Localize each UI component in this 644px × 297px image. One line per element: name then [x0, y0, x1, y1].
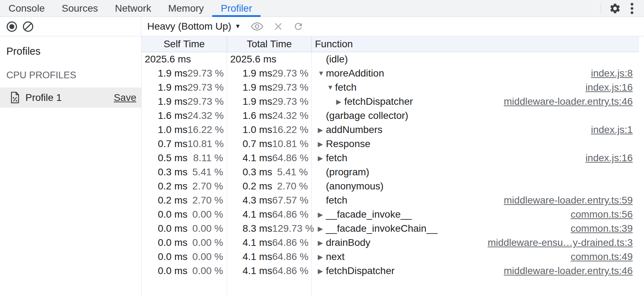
profile-data-grid: Self Time Total Time Function 2025.6 ms2… — [141, 36, 644, 297]
column-header-total-time[interactable]: Total Time — [227, 36, 312, 52]
expand-arrow-icon[interactable]: ▶ — [318, 239, 326, 247]
function-cell: (idle) — [312, 52, 644, 66]
table-row[interactable]: 1.9 ms29.73 %1.9 ms29.73 %▶fetchDispatch… — [142, 95, 644, 109]
table-row[interactable]: 1.9 ms29.73 %1.9 ms29.73 %▼fetchindex.js… — [142, 80, 644, 95]
time-percent: 0.00 % — [187, 223, 227, 234]
function-cell: ▶fetchindex.js:16 — [312, 151, 644, 165]
table-row[interactable]: 0.0 ms0.00 %4.1 ms64.86 %▶nextcommon.ts:… — [142, 250, 644, 264]
tab-sources[interactable]: Sources — [53, 0, 107, 17]
table-row[interactable]: 0.2 ms2.70 %4.3 ms67.57 %fetchmiddleware… — [142, 193, 644, 207]
expand-arrow-icon[interactable]: ▶ — [318, 140, 326, 148]
time-percent: 2.70 % — [272, 181, 311, 192]
table-row[interactable]: 0.0 ms0.00 %4.1 ms64.86 %▶__facade_invok… — [142, 207, 644, 222]
time-value: 4.1 ms — [243, 237, 272, 248]
table-row[interactable]: 1.0 ms16.22 %1.0 ms16.22 %▶addNumbersind… — [142, 123, 644, 137]
total-time-cell: 8.3 ms129.73 % — [227, 222, 312, 236]
table-row[interactable]: 0.7 ms10.81 %0.7 ms10.81 %▶Response — [142, 137, 644, 151]
devtools-tab-bar: Console Sources Network Memory Profiler — [0, 0, 644, 17]
tab-network[interactable]: Network — [106, 0, 160, 17]
function-name: fetchDispatcher — [344, 96, 413, 107]
time-value: 0.7 ms — [243, 138, 272, 150]
expand-arrow-icon[interactable]: ▶ — [318, 154, 326, 162]
time-percent: 29.73 % — [187, 82, 227, 93]
source-link[interactable]: middleware-loader.entry.ts:46 — [495, 96, 633, 107]
profiles-heading: Profiles — [6, 46, 141, 57]
time-percent: 24.32 % — [272, 110, 311, 121]
filler-cell — [142, 278, 227, 297]
collapse-arrow-icon[interactable]: ▼ — [327, 84, 335, 91]
source-link[interactable]: middleware-loader.entry.ts:59 — [495, 195, 633, 206]
tabbar-right-controls — [601, 0, 644, 17]
total-time-cell: 4.1 ms64.86 % — [227, 151, 312, 165]
collapse-arrow-icon[interactable]: ▼ — [318, 69, 326, 77]
expand-arrow-icon[interactable]: ▶ — [318, 253, 326, 261]
tabbar-divider — [601, 3, 601, 14]
function-cell: ▶nextcommon.ts:49 — [312, 250, 644, 264]
column-header-self-time[interactable]: Self Time — [142, 36, 227, 52]
refresh-icon[interactable] — [293, 21, 304, 32]
function-name: __facade_invoke__ — [326, 209, 412, 220]
profiler-toolbar: Heavy (Bottom Up) ▼ — [0, 17, 644, 36]
source-link[interactable]: middleware-ensu…y-drained.ts:3 — [479, 237, 633, 248]
time-value: 0.3 ms — [158, 166, 187, 178]
toolbar-main: Heavy (Bottom Up) ▼ — [141, 17, 644, 36]
source-link[interactable]: common.ts:56 — [562, 209, 633, 220]
self-time-cell: 2025.6 ms — [142, 52, 227, 66]
expand-arrow-icon[interactable]: ▶ — [336, 98, 344, 106]
time-percent: 129.73 % — [272, 223, 311, 234]
time-percent: 29.73 % — [272, 96, 311, 107]
source-link[interactable]: index.js:1 — [583, 124, 633, 135]
expand-arrow-icon[interactable]: ▶ — [318, 211, 326, 219]
self-time-cell: 0.0 ms0.00 % — [142, 222, 227, 236]
three-dot-menu-icon[interactable] — [624, 0, 640, 17]
tab-memory[interactable]: Memory — [160, 0, 212, 17]
eye-icon[interactable] — [251, 22, 263, 31]
function-cell: ▼fetchindex.js:16 — [312, 80, 644, 95]
close-icon[interactable] — [273, 22, 283, 31]
time-value: 1.9 ms — [243, 96, 272, 107]
time-percent: 29.73 % — [187, 68, 227, 79]
grid-body: 2025.6 ms2025.6 ms(idle)1.9 ms29.73 %1.9… — [142, 52, 644, 297]
function-cell: ▼moreAdditionindex.js:8 — [312, 66, 644, 80]
source-link[interactable]: common.ts:39 — [562, 223, 633, 234]
expand-arrow-icon[interactable]: ▶ — [318, 126, 326, 134]
source-link[interactable]: index.js:16 — [577, 152, 633, 164]
time-value: 4.1 ms — [243, 209, 272, 220]
time-value: 1.6 ms — [243, 110, 272, 121]
gear-icon[interactable] — [607, 0, 624, 17]
profile-document-icon — [11, 91, 19, 104]
chevron-down-icon: ▼ — [235, 23, 241, 30]
profiler-content: Profiles CPU PROFILES Profile 1 Save Sel… — [0, 36, 644, 297]
source-link[interactable]: middleware-loader.entry.ts:46 — [495, 265, 633, 277]
time-value: 4.1 ms — [243, 265, 272, 277]
view-mode-dropdown[interactable]: Heavy (Bottom Up) ▼ — [147, 21, 241, 32]
time-percent: 0.00 % — [187, 265, 227, 277]
expand-arrow-icon[interactable]: ▶ — [318, 225, 326, 233]
table-row[interactable]: 2025.6 ms2025.6 ms(idle) — [142, 52, 644, 66]
time-value: 0.7 ms — [158, 138, 187, 150]
table-row[interactable]: 0.0 ms0.00 %4.1 ms64.86 %▶fetchDispatche… — [142, 264, 644, 278]
record-icon[interactable] — [6, 21, 17, 32]
save-profile-link[interactable]: Save — [114, 92, 136, 103]
self-time-cell: 1.6 ms24.32 % — [142, 109, 227, 123]
table-row[interactable]: 0.5 ms8.11 %4.1 ms64.86 %▶fetchindex.js:… — [142, 151, 644, 165]
self-time-cell: 1.9 ms29.73 % — [142, 66, 227, 80]
tab-console[interactable]: Console — [0, 0, 53, 17]
column-header-function[interactable]: Function — [312, 36, 639, 52]
table-row[interactable]: 1.6 ms24.32 %1.6 ms24.32 %(garbage colle… — [142, 109, 644, 123]
table-row[interactable]: 0.3 ms5.41 %0.3 ms5.41 %(program) — [142, 165, 644, 179]
table-row[interactable]: 0.2 ms2.70 %0.2 ms2.70 %(anonymous) — [142, 179, 644, 193]
time-value: 1.0 ms — [158, 124, 187, 135]
source-link[interactable]: common.ts:49 — [562, 251, 633, 262]
table-row[interactable]: 1.9 ms29.73 %1.9 ms29.73 %▼moreAdditioni… — [142, 66, 644, 80]
clear-icon[interactable] — [23, 21, 34, 32]
source-link[interactable]: index.js:8 — [583, 68, 633, 79]
time-percent: 10.81 % — [272, 138, 311, 150]
table-row[interactable]: 0.0 ms0.00 %8.3 ms129.73 %▶__facade_invo… — [142, 222, 644, 236]
source-link[interactable]: index.js:16 — [577, 82, 633, 93]
tab-profiler[interactable]: Profiler — [212, 0, 261, 17]
table-row[interactable]: 0.0 ms0.00 %4.1 ms64.86 %▶drainBodymiddl… — [142, 236, 644, 250]
time-value: 1.0 ms — [243, 124, 272, 135]
expand-arrow-icon[interactable]: ▶ — [318, 267, 326, 275]
profile-list-item[interactable]: Profile 1 Save — [0, 87, 141, 108]
